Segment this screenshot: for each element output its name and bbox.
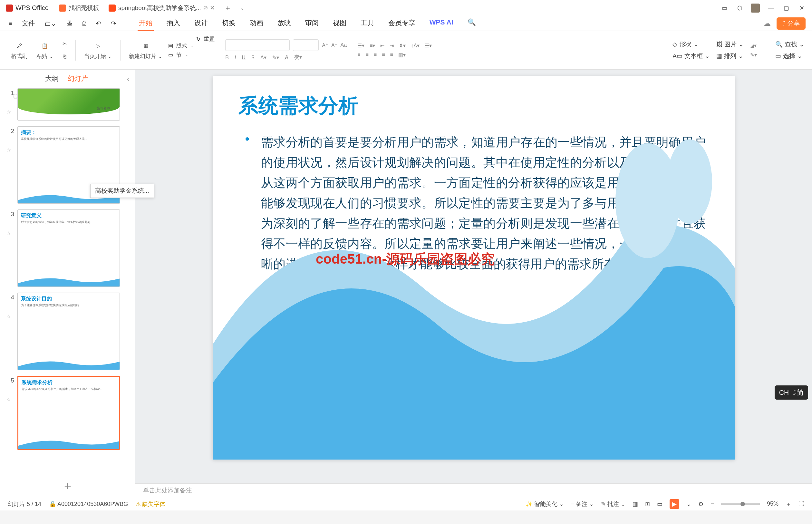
thumbnail[interactable]: 系统设计目的 为了能够使本系统较好较快的完成相应的功能... bbox=[17, 293, 120, 370]
align-right-icon[interactable]: ≡ bbox=[374, 52, 377, 58]
view-sorter-icon[interactable]: ⊞ bbox=[645, 501, 650, 508]
align-left-icon[interactable]: ≡ bbox=[357, 52, 360, 58]
reset-button[interactable]: ↻ 重置 bbox=[196, 35, 215, 43]
textbox-button[interactable]: A▭文本框 ⌄ bbox=[673, 52, 710, 60]
tab-templates[interactable]: 找稻壳模板 bbox=[54, 0, 104, 16]
copy-icon[interactable]: ⎘ bbox=[59, 51, 70, 62]
add-slide-button[interactable]: ＋ bbox=[0, 475, 135, 497]
maximize-button[interactable]: ▢ bbox=[782, 3, 791, 13]
clear-format-icon[interactable]: A̸ bbox=[285, 54, 288, 61]
increase-font-icon[interactable]: A⁺ bbox=[322, 42, 328, 48]
align-justify-icon[interactable]: ≡ bbox=[382, 52, 385, 58]
view-reading-icon[interactable]: ▭ bbox=[657, 501, 662, 508]
align-center-icon[interactable]: ≡ bbox=[365, 52, 368, 58]
cube-icon[interactable]: ⬡ bbox=[735, 3, 744, 13]
tab-design[interactable]: 设计 bbox=[193, 16, 209, 31]
star-icon[interactable]: ☆ bbox=[6, 99, 14, 115]
thumb-row-5[interactable]: 5☆ 系统需求分析 需求分析的首要是要分析用户的需求，知道用户存在一些情况... bbox=[6, 376, 129, 450]
menu-icon[interactable]: ≡ bbox=[6, 18, 14, 28]
tab-dropdown[interactable]: ⌄ bbox=[236, 5, 249, 11]
group-format-brush[interactable]: 🖌 格式刷 bbox=[8, 40, 31, 60]
strike-icon[interactable]: S̶ bbox=[251, 54, 254, 61]
thumbnail-list[interactable]: 1☆ 指导老师： 2☆ 摘要： 高校奖助学金系统的设计使用可以更好的管理人员..… bbox=[0, 86, 135, 475]
star-icon[interactable]: ☆ bbox=[6, 304, 14, 320]
slideshow-dropdown[interactable]: ⌄ bbox=[686, 501, 691, 508]
tab-tools[interactable]: 工具 bbox=[359, 16, 376, 31]
tab-review[interactable]: 审阅 bbox=[304, 16, 320, 31]
cut-icon[interactable]: ✂ bbox=[59, 38, 70, 49]
outline-icon[interactable]: ✎▾ bbox=[750, 52, 757, 58]
tab-current-file[interactable]: springboot高校奖助学金系统... ⎚ ✕ bbox=[104, 0, 220, 16]
thumb-row-1[interactable]: 1☆ 指导老师： bbox=[6, 88, 129, 120]
slide[interactable]: 系统需求分析 需求分析的首要是要分析用户的需求，知道用户存在的一些情况，并且要明… bbox=[213, 76, 735, 460]
group-paste[interactable]: 📋 粘贴 ⌄ bbox=[33, 40, 57, 60]
smart-beauty-button[interactable]: ✨ 智能美化 ⌄ bbox=[526, 500, 564, 508]
tab-close-icon[interactable]: ✕ bbox=[210, 4, 215, 12]
decrease-font-icon[interactable]: A⁻ bbox=[331, 42, 337, 48]
close-button[interactable]: ✕ bbox=[797, 3, 806, 13]
numbering-icon[interactable]: ≡▾ bbox=[369, 43, 375, 49]
layout-button[interactable]: ▤ 版式⌄ bbox=[168, 42, 194, 49]
tab-slideshow[interactable]: 放映 bbox=[276, 16, 292, 31]
zoom-slider[interactable] bbox=[721, 503, 760, 505]
thumbnail[interactable]: 研究意义 对于信息化的迫切，随着科技的电子设备性能越来越好... bbox=[17, 210, 120, 287]
star-icon[interactable]: ☆ bbox=[6, 137, 14, 153]
view-normal-icon[interactable]: ▥ bbox=[632, 501, 638, 508]
bullets-icon[interactable]: ☰▾ bbox=[357, 43, 364, 49]
arrange-button[interactable]: ▦排列 ⌄ bbox=[716, 52, 744, 60]
columns-icon[interactable]: ▥▾ bbox=[398, 52, 406, 58]
highlight-icon[interactable]: ✎▾ bbox=[272, 54, 279, 61]
phonetic-icon[interactable]: 变▾ bbox=[294, 54, 302, 61]
tab-view[interactable]: 视图 bbox=[332, 16, 348, 31]
app-tab-wps[interactable]: WPS Office bbox=[0, 0, 54, 16]
star-icon[interactable]: ☆ bbox=[6, 387, 14, 403]
font-size-select[interactable] bbox=[293, 39, 319, 51]
undo-icon[interactable]: ↶ bbox=[94, 18, 103, 29]
zoom-in-button[interactable]: ＋ bbox=[785, 500, 791, 508]
align-text-icon[interactable]: ☰▾ bbox=[425, 43, 432, 49]
slide-canvas[interactable]: 系统需求分析 需求分析的首要是要分析用户的需求，知道用户存在的一些情况，并且要明… bbox=[135, 70, 812, 484]
star-icon[interactable]: ☆ bbox=[6, 220, 14, 236]
tab-animation[interactable]: 动画 bbox=[248, 16, 265, 31]
change-case-icon[interactable]: Aa bbox=[341, 42, 347, 48]
collapse-icon[interactable]: ‹ bbox=[127, 75, 129, 82]
thumbnail[interactable]: 指导老师： bbox=[17, 88, 120, 120]
tab-member[interactable]: 会员专享 bbox=[387, 16, 417, 31]
section-button[interactable]: ▭ 节⌄ bbox=[168, 51, 194, 59]
notes-toggle[interactable]: ≡ 备注 ⌄ bbox=[571, 500, 594, 508]
tab-start[interactable]: 开始 bbox=[137, 16, 154, 31]
text-dir-icon[interactable]: ↕A▾ bbox=[411, 43, 419, 49]
fill-icon[interactable]: ◢▾ bbox=[750, 43, 757, 49]
slideshow-button[interactable]: ▶ bbox=[669, 499, 679, 509]
minimize-button[interactable]: — bbox=[766, 3, 775, 13]
find-button[interactable]: 🔍查找 ⌄ bbox=[775, 40, 804, 49]
fit-button[interactable]: ⛶ bbox=[798, 501, 804, 507]
picture-button[interactable]: 🖼图片 ⌄ bbox=[716, 40, 744, 49]
zoom-out-button[interactable]: − bbox=[711, 501, 714, 507]
group-new-slide[interactable]: ▦ 新建幻灯片 ⌄ bbox=[126, 40, 166, 60]
save-icon[interactable]: 🖶 bbox=[64, 18, 74, 28]
indent-inc-icon[interactable]: ⇥ bbox=[390, 43, 394, 49]
thumbnail-active[interactable]: 系统需求分析 需求分析的首要是要分析用户的需求，知道用户存在一些情况... bbox=[17, 376, 120, 450]
zoom-level[interactable]: 95% bbox=[767, 501, 778, 507]
notes-area[interactable]: 单击此处添加备注 bbox=[135, 484, 812, 497]
distribute-icon[interactable]: ≡ bbox=[390, 52, 393, 58]
thumb-row-3[interactable]: 3☆ 研究意义 对于信息化的迫切，随着科技的电子设备性能越来越好... bbox=[6, 210, 129, 287]
search-icon[interactable]: 🔍 bbox=[466, 16, 477, 31]
tools-icon[interactable]: ⚙ bbox=[698, 501, 703, 508]
group-start-show[interactable]: ▷ 当页开始 ⌄ bbox=[81, 40, 115, 60]
ime-indicator[interactable]: CH ☽简 bbox=[775, 386, 808, 399]
font-name-select[interactable] bbox=[225, 39, 290, 51]
missing-font-warning[interactable]: ⚠缺失字体 bbox=[136, 500, 165, 508]
underline-icon[interactable]: U bbox=[242, 55, 246, 61]
line-spacing-icon[interactable]: ⇕▾ bbox=[399, 43, 406, 49]
avatar-icon[interactable] bbox=[751, 3, 760, 13]
redo-icon[interactable]: ↷ bbox=[109, 18, 118, 29]
review-toggle[interactable]: ✎ 批注 ⌄ bbox=[601, 500, 626, 508]
cloud-icon[interactable]: ☁ bbox=[764, 19, 771, 28]
print-icon[interactable]: ⎙ bbox=[80, 18, 88, 28]
tab-wps-ai[interactable]: WPS AI bbox=[428, 16, 455, 31]
file-menu[interactable]: 文件 bbox=[20, 18, 37, 29]
tab-outline[interactable]: 大纲 bbox=[45, 74, 59, 83]
tab-transition[interactable]: 切换 bbox=[221, 16, 237, 31]
